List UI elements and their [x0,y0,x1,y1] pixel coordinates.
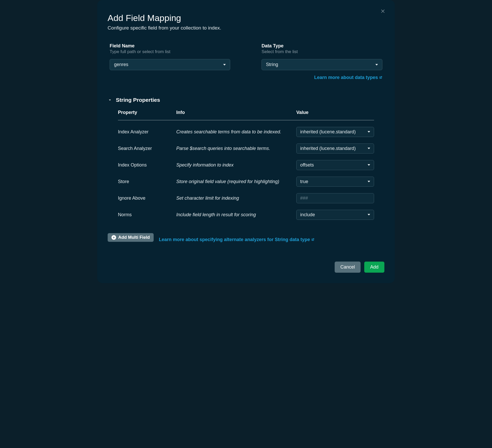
caret-down-icon [368,131,370,133]
property-value-cell: offsets [296,160,374,170]
section-title: String Properties [116,97,160,103]
property-select-value: inherited (lucene.standard) [300,129,356,135]
data-type-hint: Select from the list [262,49,382,54]
table-header: Property Info Value [118,110,374,120]
caret-down-icon [368,181,370,182]
col-value: Value [296,110,374,115]
table-row: Index AnalyzerCreates searchable terms f… [118,120,374,137]
property-select[interactable]: inherited (lucene.standard) [296,127,374,137]
property-select[interactable]: include [296,210,374,220]
property-value-cell [296,193,374,203]
top-fields: Field Name Type full path or select from… [108,43,384,80]
property-name: Store [118,179,176,184]
caret-down-icon [223,64,226,66]
modal-title: Add Field Mapping [108,13,384,23]
property-name: Index Options [118,162,176,168]
property-value-cell: true [296,177,374,187]
data-type-value: String [266,62,278,67]
property-info: Include field length in result for scori… [176,212,296,218]
col-property: Property [118,110,176,115]
property-info: Parse $search queries into searchable te… [176,146,296,151]
close-button[interactable] [380,8,385,15]
external-link-icon [311,238,314,241]
chevron-down-icon [108,98,112,102]
property-info: Specify information to index [176,162,296,168]
property-select-value: include [300,212,315,218]
property-select-value: inherited (lucene.standard) [300,146,356,151]
table-row: StoreStore original field value (require… [118,170,374,187]
property-name: Norms [118,212,176,218]
property-value-cell: include [296,210,374,220]
field-name-select[interactable]: genres [110,59,230,70]
table-row: Search AnalyzerParse $search queries int… [118,137,374,154]
learn-more-data-types-text: Learn more about data types [314,75,378,80]
add-field-mapping-modal: Add Field Mapping Configure specific fie… [97,0,395,283]
field-name-hint: Type full path or select from list [110,49,230,54]
caret-down-icon [375,64,378,66]
external-link-icon [379,76,382,79]
field-name-label: Field Name [110,43,230,49]
field-name-value: genres [114,62,128,67]
caret-down-icon [368,164,370,166]
property-value-cell: inherited (lucene.standard) [296,127,374,137]
property-name: Index Analyzer [118,129,176,135]
multi-field-row: + Add Multi Field Learn more about speci… [108,232,384,242]
property-name: Search Analyzer [118,146,176,151]
modal-footer: Cancel Add [108,262,384,273]
property-value-cell: inherited (lucene.standard) [296,143,374,154]
add-multi-field-button[interactable]: + Add Multi Field [108,233,154,242]
property-name: Ignore Above [118,196,176,201]
table-row: Ignore AboveSet character limit for inde… [118,187,374,203]
property-select-value: offsets [300,162,314,168]
learn-more-data-types-link[interactable]: Learn more about data types [314,75,382,80]
property-info: Set character limit for indexing [176,196,296,201]
modal-subtitle: Configure specific field from your colle… [108,25,384,31]
caret-down-icon [368,214,370,215]
properties-table: Property Info Value Index AnalyzerCreate… [108,110,384,220]
add-multi-field-label: Add Multi Field [118,235,150,240]
property-select[interactable]: offsets [296,160,374,170]
data-type-select[interactable]: String [262,59,382,70]
learn-more-analyzers-link[interactable]: Learn more about specifying alternate an… [159,237,314,242]
data-type-block: Data Type Select from the list String Le… [262,43,382,80]
property-info: Creates searchable terms from data to be… [176,129,296,135]
field-name-block: Field Name Type full path or select from… [110,43,230,80]
col-info: Info [176,110,296,115]
property-info: Store original field value (required for… [176,179,296,184]
cancel-button[interactable]: Cancel [335,262,361,273]
property-select[interactable]: true [296,177,374,187]
property-input[interactable] [296,193,374,203]
property-select[interactable]: inherited (lucene.standard) [296,143,374,154]
close-icon [380,8,385,15]
learn-more-analyzers-text: Learn more about specifying alternate an… [159,237,310,242]
plus-circle-icon: + [111,235,116,240]
data-type-label: Data Type [262,43,382,49]
add-button[interactable]: Add [364,262,384,273]
property-select-value: true [300,179,308,184]
string-properties-toggle[interactable]: String Properties [108,97,384,103]
table-row: NormsInclude field length in result for … [118,203,374,220]
caret-down-icon [368,148,370,149]
table-row: Index OptionsSpecify information to inde… [118,154,374,170]
